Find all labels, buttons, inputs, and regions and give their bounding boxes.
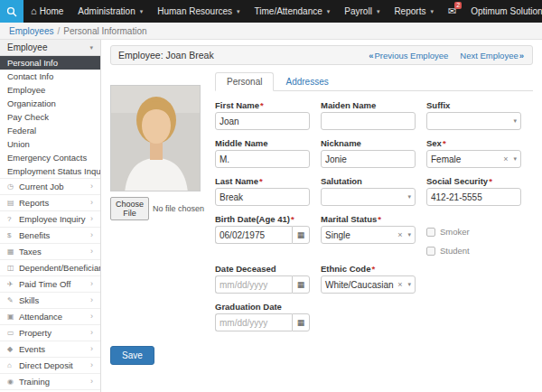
employee-photo xyxy=(110,85,201,191)
breadcrumb: Employees / Personal Information xyxy=(0,23,542,40)
student-checkbox[interactable]: Student xyxy=(426,246,521,256)
navbar-right: ✉ 2 Optimum Solutions Log Out xyxy=(441,0,542,23)
date-deceased-field: Date Deceased ▦ xyxy=(215,264,310,294)
required-asterisk: * xyxy=(291,214,294,224)
sidebar-item-emergency-contacts[interactable]: Emergency Contacts xyxy=(0,151,100,164)
maiden-name-input[interactable] xyxy=(321,112,416,130)
employee-body: Choose File No file chosen Personal Addr… xyxy=(110,72,533,331)
checkbox-group: Smoker Student xyxy=(426,214,521,256)
smoker-checkbox[interactable]: Smoker xyxy=(426,227,521,237)
graduation-date-field: Graduation Date ▦ xyxy=(215,302,310,331)
employee-name-heading: Employee: Joan Break xyxy=(118,50,214,61)
notifications-button[interactable]: ✉ 2 xyxy=(441,0,463,23)
caret-down-icon: ▾ xyxy=(430,8,434,15)
suffix-select[interactable]: ▾ xyxy=(426,112,521,130)
breadcrumb-employees-link[interactable]: Employees xyxy=(9,26,53,36)
last-name-input[interactable] xyxy=(215,188,310,206)
chevron-right-icon: › xyxy=(90,214,93,224)
employee-pager: «Previous Employee Next Employee» xyxy=(359,50,525,61)
middle-name-input[interactable] xyxy=(215,150,310,168)
company-menu[interactable]: Optimum Solutions xyxy=(463,0,542,23)
sidebar-section-benefits[interactable]: $Benefits› xyxy=(0,227,100,243)
sidebar-item-organization[interactable]: Organization xyxy=(0,97,100,110)
marital-status-select[interactable]: Single×▾ xyxy=(321,226,416,244)
nickname-input[interactable] xyxy=(321,150,416,168)
salutation-select[interactable]: ▾ xyxy=(321,188,416,206)
chevron-right-icon: › xyxy=(90,279,93,289)
sidebar-section-training[interactable]: ◉Training› xyxy=(0,373,100,389)
personal-form: First Name* Maiden Name Suffix ▾ Mi xyxy=(215,100,533,331)
photo-upload-row: Choose File No file chosen xyxy=(110,197,202,220)
clear-icon[interactable]: × xyxy=(500,154,510,163)
sidebar-section-taxes[interactable]: ▦Taxes› xyxy=(0,243,100,259)
caret-down-icon: ▾ xyxy=(377,8,380,15)
social-security-input[interactable] xyxy=(426,188,521,206)
choose-file-button[interactable]: Choose File xyxy=(110,197,149,220)
breadcrumb-separator: / xyxy=(57,26,60,36)
sidebar-section-current-job[interactable]: ◷Current Job› xyxy=(0,178,100,194)
clear-icon[interactable]: × xyxy=(395,230,405,239)
sidebar-section-employee-inquiry[interactable]: ?Employee Inquiry› xyxy=(0,210,100,227)
tab-personal[interactable]: Personal xyxy=(215,72,274,91)
next-employee-link[interactable]: Next Employee» xyxy=(460,51,525,61)
nickname-field: Nickname xyxy=(321,138,416,168)
nav-payroll[interactable]: Payroll▾ xyxy=(337,0,387,23)
calendar-icon[interactable]: ▦ xyxy=(292,275,310,294)
question-icon: ? xyxy=(7,214,15,224)
sidebar-item-employee[interactable]: Employee xyxy=(0,83,100,97)
photo-column: Choose File No file chosen xyxy=(110,72,202,331)
chevron-right-icon: › xyxy=(90,312,93,322)
form-column: Personal Addresses First Name* Maiden Na… xyxy=(215,72,533,331)
nav-administration[interactable]: Administration▾ xyxy=(70,0,150,23)
ethnic-code-select[interactable]: White/Caucasian×▾ xyxy=(321,275,416,294)
file-status-text: No file chosen xyxy=(153,204,204,213)
calendar-icon[interactable]: ▦ xyxy=(292,226,310,244)
chevron-right-icon: › xyxy=(90,377,93,387)
sidebar-section-direct-deposit[interactable]: ⌂Direct Deposit› xyxy=(0,357,100,373)
search-button[interactable] xyxy=(0,0,23,23)
nav-time-attendance[interactable]: Time/Attendance▾ xyxy=(248,0,338,23)
sidebar-item-personal-info[interactable]: Personal Info xyxy=(0,56,100,70)
save-button[interactable]: Save xyxy=(110,346,154,365)
first-name-field: First Name* xyxy=(215,100,310,130)
sidebar-item-contact-info[interactable]: Contact Info xyxy=(0,70,100,83)
notification-badge: 2 xyxy=(454,2,462,9)
nav-reports[interactable]: Reports▾ xyxy=(387,0,441,23)
calendar-icon: ◆ xyxy=(7,344,15,354)
sidebar-item-union[interactable]: Union xyxy=(0,137,100,151)
clock-icon: ◷ xyxy=(7,182,15,191)
sidebar-item-federal[interactable]: Federal xyxy=(0,124,100,137)
date-deceased-input[interactable] xyxy=(215,275,292,294)
required-asterisk: * xyxy=(443,138,446,148)
sidebar-section-skills[interactable]: ✎Skills› xyxy=(0,292,100,308)
chevron-right-icon: › xyxy=(90,182,93,191)
pencil-icon: ✎ xyxy=(7,295,15,305)
marital-status-field: Marital Status* Single×▾ xyxy=(321,214,416,256)
chevron-right-icon: › xyxy=(90,247,93,257)
previous-employee-link[interactable]: «Previous Employee xyxy=(368,51,448,61)
first-name-input[interactable] xyxy=(215,112,310,130)
dollar-icon: $ xyxy=(7,230,15,240)
graduation-icon: ◉ xyxy=(7,377,15,387)
sidebar-section-events[interactable]: ◆Events› xyxy=(0,341,100,357)
suffix-field: Suffix ▾ xyxy=(426,100,521,130)
nav-home[interactable]: ⌂Home xyxy=(23,0,70,23)
sidebar-item-pay-check[interactable]: Pay Check xyxy=(0,110,100,124)
clear-icon[interactable]: × xyxy=(395,280,405,289)
nav-human-resources[interactable]: Human Resources▾ xyxy=(150,0,247,23)
sidebar-section-property[interactable]: ▭Property› xyxy=(0,324,100,341)
sidebar-item-employment-status-inquiry[interactable]: Employment Status Inquiry xyxy=(0,164,100,178)
calendar-icon[interactable]: ▦ xyxy=(292,313,310,331)
sidebar-section-attendance[interactable]: ▣Attendance› xyxy=(0,308,100,324)
sex-select[interactable]: Female×▾ xyxy=(426,150,521,168)
sidebar-section-reports[interactable]: ▤Reports› xyxy=(0,194,100,210)
sidebar-section-paid-time-off[interactable]: ✈Paid Time Off› xyxy=(0,275,100,292)
chevron-right-icon: › xyxy=(90,230,93,240)
sidebar-section-employee[interactable]: Employee ▾ xyxy=(0,40,100,56)
tab-addresses[interactable]: Addresses xyxy=(274,72,340,91)
chevron-right-icon: › xyxy=(90,360,93,370)
sidebar-section-dependent-beneficiary[interactable]: ◫Dependent/Beneficiary› xyxy=(0,259,100,275)
graduation-date-input[interactable] xyxy=(215,313,292,331)
bank-icon: ⌂ xyxy=(7,360,15,370)
birth-date-input[interactable] xyxy=(215,226,292,244)
